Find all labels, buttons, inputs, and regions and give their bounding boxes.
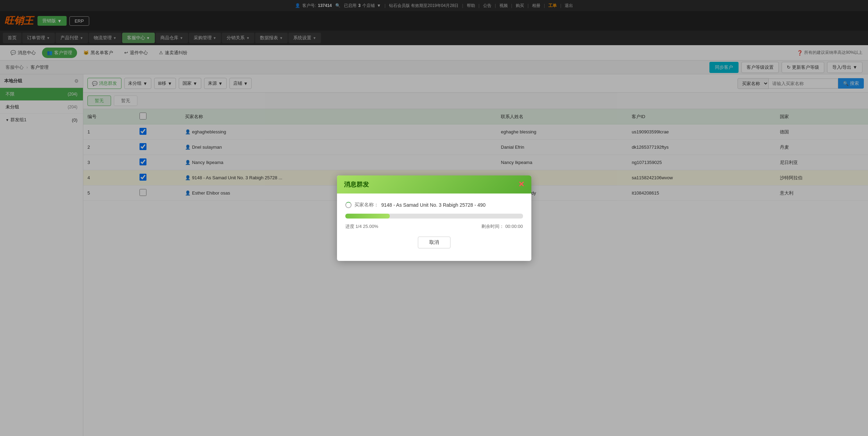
modal-title: 消息群发 bbox=[344, 180, 369, 189]
progress-bar-fill bbox=[345, 214, 390, 219]
remaining-time-area: 剩余时间： 00:00:00 bbox=[481, 223, 523, 230]
cancel-btn[interactable]: 取消 bbox=[418, 237, 450, 248]
modal-body: 买家名称： 9148 - As Samad Unit No. 3 Rabigh … bbox=[337, 194, 531, 261]
modal-buyer-row: 买家名称： 9148 - As Samad Unit No. 3 Rabigh … bbox=[345, 202, 523, 208]
progress-info: 进度 1/4 25.00% 剩余时间： 00:00:00 bbox=[345, 223, 523, 230]
buyer-value: 9148 - As Samad Unit No. 3 Rabigh 25728 … bbox=[381, 202, 486, 208]
mass-message-modal: 消息群发 ✕ 买家名称： 9148 - As Samad Unit No. 3 … bbox=[337, 175, 531, 261]
modal-close-btn[interactable]: ✕ bbox=[518, 181, 524, 188]
buyer-label: 买家名称： bbox=[354, 202, 379, 208]
modal-overlay[interactable]: 消息群发 ✕ 买家名称： 9148 - As Samad Unit No. 3 … bbox=[0, 0, 868, 436]
loading-spinner bbox=[345, 202, 352, 208]
progress-fraction: 1/4 bbox=[355, 224, 362, 229]
remaining-time: 00:00:00 bbox=[505, 224, 523, 229]
modal-footer: 取消 bbox=[345, 237, 523, 254]
progress-text: 进度 1/4 25.00% bbox=[345, 223, 378, 230]
progress-bar-background bbox=[345, 214, 523, 219]
progress-percent: 25.00% bbox=[363, 224, 378, 229]
modal-header: 消息群发 ✕ bbox=[337, 175, 531, 194]
